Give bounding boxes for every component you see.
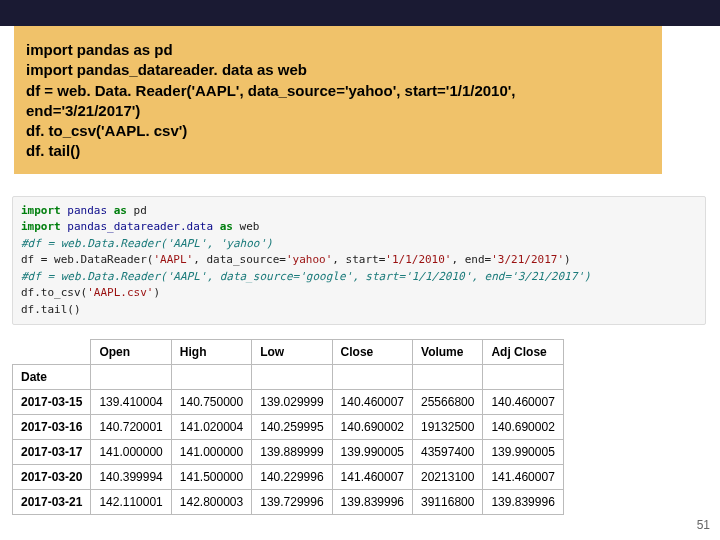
table-cell: 139.839996 — [483, 490, 563, 515]
string-literal: '1/1/2010' — [385, 253, 451, 266]
table-cell: 139.029999 — [252, 390, 332, 415]
table-cell: 141.000000 — [171, 440, 251, 465]
table-cell: 139.889999 — [252, 440, 332, 465]
string-literal: 'AAPL' — [153, 253, 193, 266]
code-text: ) — [153, 286, 160, 299]
kw-import: import — [21, 220, 61, 233]
table-row: 2017-03-20140.399994141.500000140.229996… — [13, 465, 564, 490]
table-cell: 39116800 — [413, 490, 483, 515]
code-text: df.to_csv( — [21, 286, 87, 299]
col-header: Open — [91, 340, 171, 365]
table-cell: 139.990005 — [483, 440, 563, 465]
string-literal: '3/21/2017' — [491, 253, 564, 266]
alias: pd — [127, 204, 147, 217]
empty-cell — [171, 365, 251, 390]
slide-code-box: import pandas as pd import pandas_datare… — [14, 26, 662, 174]
mod-name: pandas — [61, 204, 114, 217]
code-text: df.tail() — [21, 303, 81, 316]
table-cell: 139.410004 — [91, 390, 171, 415]
table-cell: 140.690002 — [483, 415, 563, 440]
slide-code-line: df. to_csv('AAPL. csv') — [26, 121, 650, 141]
empty-cell — [413, 365, 483, 390]
table-cell: 140.460007 — [483, 390, 563, 415]
table-row: 2017-03-21142.110001142.800003139.729996… — [13, 490, 564, 515]
dataframe-output-table: Open High Low Close Volume Adj Close Dat… — [12, 339, 564, 515]
index-name-row: Date — [13, 365, 564, 390]
page-number: 51 — [697, 518, 710, 532]
kw-as: as — [114, 204, 127, 217]
mod-name: pandas_datareader.data — [61, 220, 220, 233]
table-cell: 43597400 — [413, 440, 483, 465]
table-cell: 141.460007 — [483, 465, 563, 490]
col-header: Volume — [413, 340, 483, 365]
empty-cell — [483, 365, 563, 390]
code-cell-content: import pandas as pd import pandas_datare… — [12, 196, 706, 326]
jupyter-code-cell: import pandas as pd import pandas_datare… — [12, 196, 706, 326]
code-text: ) — [564, 253, 571, 266]
table-cell: 140.229996 — [252, 465, 332, 490]
slide-code-line: df. tail() — [26, 141, 650, 161]
table-corner — [13, 340, 91, 365]
col-header: Adj Close — [483, 340, 563, 365]
empty-cell — [332, 365, 412, 390]
table-header-row: Open High Low Close Volume Adj Close — [13, 340, 564, 365]
code-text: , end= — [452, 253, 492, 266]
table-cell: 142.800003 — [171, 490, 251, 515]
table-cell: 141.460007 — [332, 465, 412, 490]
empty-cell — [252, 365, 332, 390]
alias: web — [233, 220, 260, 233]
table-cell: 140.690002 — [332, 415, 412, 440]
table-cell: 25566800 — [413, 390, 483, 415]
empty-cell — [91, 365, 171, 390]
table-cell: 139.729996 — [252, 490, 332, 515]
index-name: Date — [13, 365, 91, 390]
row-index: 2017-03-17 — [13, 440, 91, 465]
table-cell: 142.110001 — [91, 490, 171, 515]
table-cell: 140.259995 — [252, 415, 332, 440]
row-index: 2017-03-15 — [13, 390, 91, 415]
row-index: 2017-03-20 — [13, 465, 91, 490]
comment-line: #df = web.Data.Reader('AAPL', data_sourc… — [21, 270, 591, 283]
slide-code-line: end='3/21/2017') — [26, 101, 650, 121]
table-cell: 141.000000 — [91, 440, 171, 465]
slide-code-line: import pandas as pd — [26, 40, 650, 60]
table-cell: 139.990005 — [332, 440, 412, 465]
table-cell: 140.399994 — [91, 465, 171, 490]
table-cell: 141.020004 — [171, 415, 251, 440]
kw-import: import — [21, 204, 61, 217]
slide-code-line: import pandas_datareader. data as web — [26, 60, 650, 80]
string-literal: 'AAPL.csv' — [87, 286, 153, 299]
table-cell: 139.839996 — [332, 490, 412, 515]
string-literal: 'yahoo' — [286, 253, 332, 266]
col-header: Close — [332, 340, 412, 365]
table-cell: 19132500 — [413, 415, 483, 440]
table-row: 2017-03-16140.720001141.020004140.259995… — [13, 415, 564, 440]
table-cell: 140.720001 — [91, 415, 171, 440]
col-header: High — [171, 340, 251, 365]
slide-code-line: df = web. Data. Reader('AAPL', data_sour… — [26, 81, 650, 101]
kw-as: as — [220, 220, 233, 233]
table-row: 2017-03-17141.000000141.000000139.889999… — [13, 440, 564, 465]
table-cell: 20213100 — [413, 465, 483, 490]
code-text: df = web.DataReader( — [21, 253, 153, 266]
code-text: , data_source= — [193, 253, 286, 266]
col-header: Low — [252, 340, 332, 365]
table-cell: 140.750000 — [171, 390, 251, 415]
row-index: 2017-03-21 — [13, 490, 91, 515]
comment-line: #df = web.Data.Reader('AAPL', 'yahoo') — [21, 237, 273, 250]
row-index: 2017-03-16 — [13, 415, 91, 440]
table-row: 2017-03-15139.410004140.750000139.029999… — [13, 390, 564, 415]
table-cell: 141.500000 — [171, 465, 251, 490]
table-cell: 140.460007 — [332, 390, 412, 415]
code-text: , start= — [332, 253, 385, 266]
title-dark-strip — [0, 0, 720, 26]
